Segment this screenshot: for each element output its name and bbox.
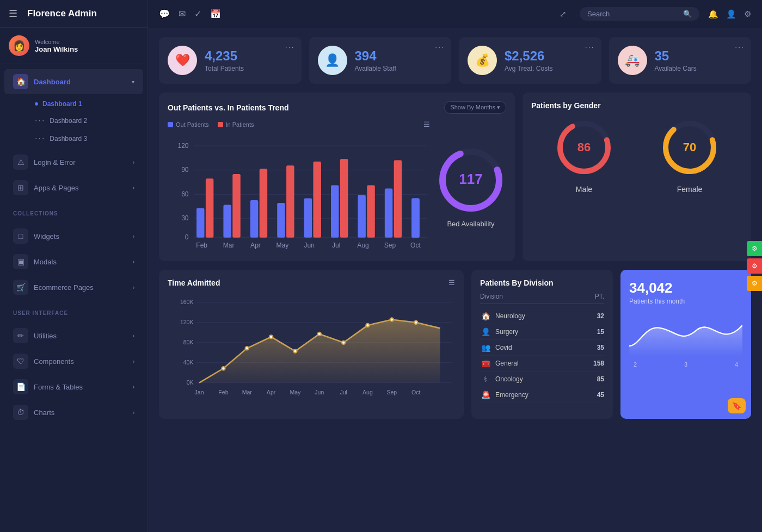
side-icon-green[interactable]: ⚙	[747, 241, 762, 256]
mail-icon[interactable]: ✉	[179, 9, 186, 19]
more-options-icon[interactable]: ···	[435, 42, 445, 51]
svg-text:0K: 0K	[187, 379, 194, 386]
notification-icon[interactable]: 🔔	[708, 9, 718, 19]
svg-text:May: May	[290, 389, 301, 395]
division-icon: 🧰	[480, 359, 491, 368]
bed-availability-donut: 117	[435, 145, 506, 215]
svg-rect-17	[286, 165, 294, 238]
time-admitted-card: Time Admitted ☰ 160K 120K 80K 40K 0K	[159, 270, 464, 419]
division-icon: 👤	[480, 327, 491, 336]
sidebar-item-forms-tables[interactable]: 📄 Forms & Tables ›	[4, 374, 143, 399]
sidebar-item-widgets[interactable]: □ Widgets ›	[4, 224, 143, 249]
bar-chart-left: Out Patients In Patients ☰	[168, 120, 430, 252]
more-options-icon[interactable]: ···	[735, 42, 745, 51]
brand-title: Florence Admin	[27, 8, 97, 19]
stat-info-staff: 394 Available Staff	[355, 48, 396, 72]
user-icon[interactable]: 👤	[726, 9, 736, 19]
sidebar-item-charts[interactable]: ⏱ Charts ›	[4, 400, 143, 425]
sidebar-item-dashboard3[interactable]: ··· Dashboard 3	[28, 130, 143, 147]
monthly-x-labels: 2 3 4	[629, 359, 742, 372]
more-options-icon[interactable]: ···	[285, 42, 295, 51]
sidebar-item-components[interactable]: 🛡 Components ›	[4, 349, 143, 374]
search-input[interactable]	[587, 10, 679, 18]
ui-label: USER INTERFACE	[0, 305, 148, 318]
svg-rect-24	[385, 188, 392, 237]
sidebar-item-ecommerce[interactable]: 🛒 Ecommerce Pages ›	[4, 275, 143, 300]
dashboard-submenu: Dashboard 1 ··· Dashboard 2 ··· Dashboar…	[0, 95, 148, 149]
svg-text:Jul: Jul	[332, 242, 340, 249]
sidebar-item-login-error[interactable]: ⚠ Login & Error ›	[4, 150, 143, 175]
division-count: 15	[597, 328, 604, 336]
stat-icon-cars: 🚑	[618, 46, 647, 75]
svg-rect-23	[367, 185, 374, 237]
sidebar-item-utilities[interactable]: ✏ Utilities ›	[4, 323, 143, 348]
time-admitted-header: Time Admitted ☰	[168, 279, 455, 287]
check-icon[interactable]: ✓	[194, 9, 201, 19]
svg-rect-14	[250, 200, 258, 238]
topbar: 💬 ✉ ✓ 📅 ⤢ 🔍 🔔 👤 ⚙	[148, 0, 762, 28]
more-options-icon[interactable]: ···	[585, 42, 595, 51]
stat-value: 35	[655, 48, 697, 64]
bed-availability-label: Bed Availability	[447, 220, 494, 228]
svg-rect-10	[196, 208, 204, 238]
sidebar-item-dashboard2[interactable]: ··· Dashboard 2	[28, 112, 143, 129]
sidebar-item-apps-pages[interactable]: ⊞ Apps & Pages ›	[4, 175, 143, 200]
svg-text:90: 90	[181, 166, 189, 174]
svg-rect-21	[340, 159, 348, 238]
gender-card: Patients by Gender 86 Male	[523, 92, 751, 261]
chevron-down-icon: ▾	[132, 79, 134, 85]
division-table-header: Division PT.	[480, 293, 604, 304]
chat-icon[interactable]: 💬	[159, 9, 170, 19]
sidebar-item-dashboard[interactable]: 🏠 Dashboard ▾	[4, 69, 143, 94]
svg-text:120K: 120K	[180, 319, 194, 325]
x-label-2: 2	[634, 361, 637, 368]
svg-text:Feb: Feb	[196, 242, 207, 249]
side-icon-orange[interactable]: ⚙	[747, 276, 762, 291]
calendar-icon[interactable]: 📅	[210, 9, 221, 19]
sidebar-item-modals[interactable]: ▣ Modals ›	[4, 249, 143, 274]
svg-text:Oct: Oct	[410, 242, 421, 249]
expand-icon[interactable]: ⤢	[560, 9, 567, 19]
show-by-button[interactable]: Show By Months ▾	[444, 101, 506, 114]
svg-text:60: 60	[181, 190, 189, 198]
sidebar-item-label: Ecommerce Pages	[34, 283, 94, 292]
svg-text:Mar: Mar	[242, 389, 253, 395]
time-chart-menu-icon[interactable]: ☰	[448, 279, 455, 287]
settings-icon[interactable]: ⚙	[744, 9, 751, 19]
legend-dot-blue	[168, 122, 173, 127]
search-box[interactable]: 🔍	[580, 7, 699, 21]
svg-point-59	[269, 335, 273, 338]
hamburger-icon[interactable]: ☰	[9, 8, 17, 20]
time-admitted-title: Time Admitted	[168, 279, 220, 287]
female-donut: 70	[660, 117, 720, 177]
svg-point-64	[390, 318, 394, 321]
chart-menu-icon[interactable]: ☰	[423, 120, 430, 128]
side-icon-red[interactable]: ⚙	[747, 258, 762, 274]
chevron-right-icon: ›	[133, 358, 134, 364]
apps-icon: ⊞	[13, 180, 28, 195]
svg-text:Oct: Oct	[411, 389, 420, 395]
sidebar-item-dashboard1[interactable]: Dashboard 1	[28, 96, 143, 112]
orange-badge[interactable]: 🔖	[728, 398, 746, 413]
svg-text:Apr: Apr	[250, 242, 261, 249]
svg-text:Jun: Jun	[315, 389, 324, 395]
topbar-right: 🔔 👤 ⚙	[708, 9, 751, 19]
stat-value: $2,526	[505, 48, 552, 64]
division-icon: ⚕	[480, 375, 491, 383]
chevron-right-icon: ›	[133, 284, 134, 290]
sidebar-item-label: Modals	[34, 258, 57, 266]
svg-rect-22	[358, 195, 365, 237]
division-icon: 👥	[480, 343, 491, 352]
stat-card-available-cars: ··· 🚑 35 Available Cars	[609, 37, 752, 84]
legend-label: In Patients	[226, 121, 254, 128]
svg-rect-15	[260, 169, 267, 238]
svg-text:Jan: Jan	[195, 389, 204, 395]
svg-text:Mar: Mar	[223, 242, 235, 249]
svg-text:86: 86	[577, 140, 591, 154]
svg-text:40K: 40K	[183, 359, 194, 366]
ecommerce-icon: 🛒	[13, 280, 28, 295]
stat-info-patients: 4,235 Total Patients	[205, 48, 244, 72]
stat-cards: ··· ❤️ 4,235 Total Patients ··· 👤 394 Av…	[159, 37, 751, 84]
sidebar-item-label: Components	[34, 357, 74, 366]
division-count: 45	[597, 391, 604, 399]
